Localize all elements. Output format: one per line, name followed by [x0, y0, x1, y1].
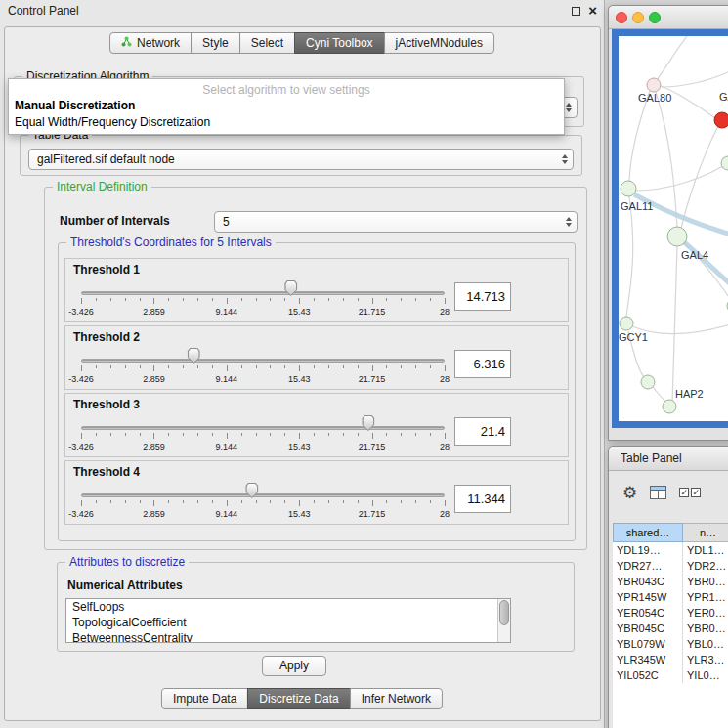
- tab-jactivemnodules[interactable]: jActiveMNodules: [384, 32, 494, 54]
- slider-tick: [299, 365, 300, 371]
- table-cell: YER054C: [613, 605, 683, 621]
- threshold-value-field[interactable]: 6.316: [454, 350, 511, 378]
- tab-network[interactable]: Network: [109, 32, 192, 54]
- numerical-attributes-label: Numerical Attributes: [67, 578, 183, 592]
- thresholds-list: Threshold 1-3.4262.8599.14415.4321.71528…: [59, 255, 575, 528]
- slider-tick: [372, 433, 373, 439]
- table-row[interactable]: YIL052CYIL0…: [613, 667, 728, 683]
- slider-tick: [256, 298, 257, 301]
- table-data-combobox[interactable]: galFiltered.sif default node: [28, 149, 574, 170]
- tab-label: Impute Data: [173, 692, 236, 706]
- network-view-window: GAL80 GA GAL11 GAL4 GCY1 HAP2: [608, 5, 728, 441]
- slider-track: [81, 359, 445, 363]
- slider-tick: [96, 298, 97, 301]
- tab-impute-data[interactable]: Impute Data: [161, 688, 248, 709]
- slider-tick: [125, 433, 126, 436]
- node-label-gal11: GAL11: [621, 200, 653, 212]
- slider-tick: [241, 500, 242, 503]
- column-header-shared-name[interactable]: shared…: [613, 523, 683, 542]
- slider-tick: [125, 298, 126, 301]
- node-gcy1[interactable]: [620, 317, 633, 330]
- slider-tick: [81, 433, 82, 439]
- node-gal80[interactable]: [647, 78, 661, 92]
- node[interactable]: [641, 375, 655, 389]
- table-row[interactable]: YDR27…YDR2…: [613, 558, 728, 574]
- slider-tick: [445, 298, 446, 304]
- list-scrollbar[interactable]: [497, 599, 510, 642]
- gear-icon[interactable]: ⚙: [622, 485, 637, 501]
- threshold-value-field[interactable]: 21.4: [454, 417, 511, 446]
- threshold-slider[interactable]: -3.4262.8599.14415.4321.71528: [81, 348, 445, 387]
- dropdown-item-equal-width-frequency[interactable]: Equal Width/Frequency Discretization: [9, 114, 564, 131]
- checkbox-icon[interactable]: ✓: [691, 488, 701, 497]
- bottom-tab-bar: Impute DataDiscretize DataInfer Network: [161, 688, 443, 709]
- threshold-panel: Threshold 1-3.4262.8599.14415.4321.71528…: [64, 258, 569, 322]
- node-selected-red[interactable]: [714, 112, 728, 128]
- apply-button[interactable]: Apply: [262, 656, 326, 676]
- threshold-value-field[interactable]: 14.713: [454, 282, 511, 311]
- slider-tick: [358, 298, 359, 301]
- table-cell: YER0…: [683, 605, 728, 621]
- slider-tick: [314, 500, 315, 503]
- column-header-name[interactable]: n…: [683, 523, 728, 542]
- network-canvas[interactable]: GAL80 GA GAL11 GAL4 GCY1 HAP2: [619, 36, 728, 421]
- threshold-slider[interactable]: -3.4262.8599.14415.4321.71528: [81, 483, 445, 522]
- slider-tick: [430, 298, 431, 301]
- table-row[interactable]: YBR045CYBR0…: [613, 621, 728, 636]
- thresholds-group: Threshold's Coordinates for 5 Intervals …: [58, 242, 576, 541]
- float-window-button[interactable]: [572, 7, 580, 16]
- tab-cyni-toolbox[interactable]: Cyni Toolbox: [294, 32, 384, 54]
- tab-infer-network[interactable]: Infer Network: [350, 688, 443, 709]
- table-row[interactable]: YLR345WYLR3…: [613, 652, 728, 667]
- tab-select[interactable]: Select: [239, 32, 295, 54]
- table-row[interactable]: YBR043CYBR0…: [613, 574, 728, 589]
- slider-tick: [153, 365, 154, 371]
- attribute-list-item[interactable]: TopologicalCoefficient: [66, 615, 510, 630]
- attribute-list-item[interactable]: SelfLoops: [66, 599, 510, 615]
- threshold-slider[interactable]: -3.4262.8599.14415.4321.71528: [81, 280, 445, 320]
- slider-tick: [415, 298, 416, 301]
- table-cell: YPR1…: [683, 589, 728, 605]
- slider-tick: [241, 298, 242, 301]
- slider-tick: [386, 433, 387, 436]
- table-row[interactable]: YDL19…YDL1…: [613, 542, 728, 558]
- tab-label: Select: [251, 36, 283, 50]
- tab-style[interactable]: Style: [191, 32, 240, 54]
- minimize-traffic-light[interactable]: [632, 12, 644, 23]
- node[interactable]: [721, 156, 728, 170]
- zoom-traffic-light[interactable]: [649, 12, 661, 23]
- slider-tick: [415, 433, 416, 436]
- table-row[interactable]: YPR145WYPR1…: [613, 589, 728, 605]
- slider-scale-label: 28: [440, 442, 450, 451]
- number-of-intervals-combobox[interactable]: 5: [214, 211, 578, 233]
- tab-discretize-data[interactable]: Discretize Data: [247, 688, 350, 709]
- close-traffic-light[interactable]: [616, 12, 627, 23]
- node-gal11[interactable]: [621, 181, 636, 196]
- columns-icon[interactable]: [650, 486, 666, 499]
- table-row[interactable]: YBL079WYBL0…: [613, 636, 728, 652]
- dropdown-item-manual-discretization[interactable]: Manual Discretization: [9, 98, 564, 114]
- tab-label: Style: [202, 36, 229, 50]
- select-columns-icons[interactable]: ✓ ✓: [679, 488, 701, 497]
- table-row[interactable]: YER054CYER0…: [613, 605, 728, 621]
- control-panel-window: Control Panel × NetworkStyleSelectCyni T…: [0, 0, 605, 728]
- threshold-slider[interactable]: -3.4262.8599.14415.4321.71528: [81, 415, 445, 454]
- list-scrollbar-thumb[interactable]: [499, 600, 509, 625]
- threshold-value-field[interactable]: 11.344: [454, 485, 511, 513]
- checkbox-icon[interactable]: ✓: [679, 488, 689, 497]
- slider-tick: [430, 365, 431, 368]
- slider-tick: [445, 365, 446, 371]
- node-hap2[interactable]: [663, 400, 676, 413]
- attribute-list-item[interactable]: BetweennessCentrality: [66, 630, 510, 643]
- close-window-button[interactable]: ×: [588, 2, 597, 19]
- slider-tick: [343, 433, 344, 436]
- slider-scale-label: 9.144: [216, 374, 238, 384]
- slider-tick: [270, 298, 271, 301]
- slider-tick: [372, 500, 373, 506]
- top-tab-bar: NetworkStyleSelectCyni ToolboxjActiveMNo…: [109, 32, 494, 54]
- table-cell: YDR2…: [683, 558, 728, 574]
- threshold-label: Threshold 2: [73, 330, 140, 344]
- slider-scale-label: 28: [440, 374, 450, 384]
- node-gal4[interactable]: [667, 227, 687, 246]
- dropdown-placeholder-item[interactable]: Select algorithm to view settings: [9, 82, 564, 98]
